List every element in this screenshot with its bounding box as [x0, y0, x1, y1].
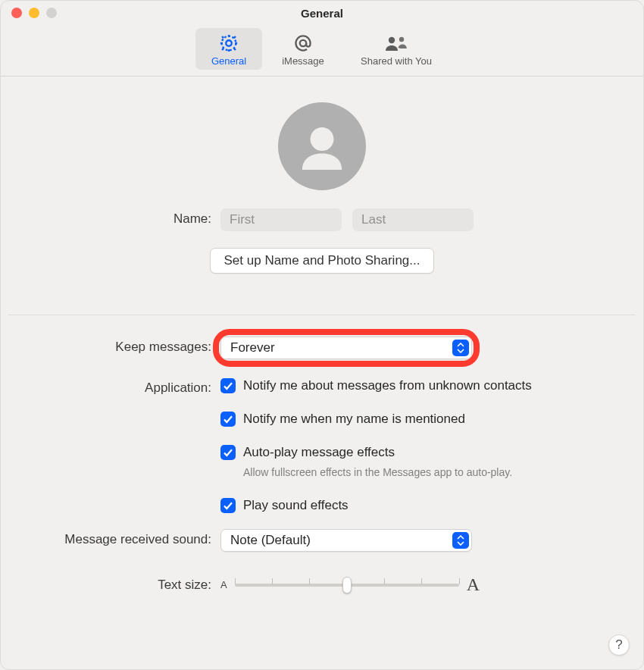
help-button[interactable]: ?: [608, 634, 630, 656]
at-icon: [292, 33, 314, 54]
svg-point-0: [226, 40, 231, 45]
auto-play-label: Auto-play message effects: [243, 445, 395, 459]
received-sound-popup[interactable]: Note (Default): [220, 529, 472, 552]
play-sound-row: Play sound effects: [220, 497, 349, 514]
auto-play-row: Auto-play message effects Allow fullscre…: [220, 444, 512, 481]
text-size-large-glyph: A: [467, 575, 480, 595]
section-divider: [8, 315, 636, 315]
application-label: Application:: [1, 377, 220, 396]
people-icon: [383, 33, 409, 54]
chevron-up-down-icon: [452, 340, 469, 356]
chevron-up-down-icon: [452, 532, 469, 549]
text-size-slider[interactable]: [235, 577, 459, 593]
notify-mention-checkbox[interactable]: [220, 412, 236, 427]
svg-point-4: [399, 37, 404, 42]
notify-unknown-checkbox[interactable]: [220, 378, 236, 393]
svg-point-2: [300, 40, 306, 46]
play-sound-label: Play sound effects: [243, 497, 349, 514]
first-name-input[interactable]: [220, 208, 342, 231]
svg-point-1: [222, 36, 236, 51]
tab-shared-with-you[interactable]: Shared with You: [344, 28, 449, 70]
titlebar: General: [1, 1, 643, 25]
last-name-input[interactable]: [352, 208, 474, 231]
tab-general[interactable]: General: [195, 28, 262, 70]
setup-name-photo-button[interactable]: Set up Name and Photo Sharing...: [210, 248, 435, 274]
notify-unknown-row: Notify me about messages from unknown co…: [220, 377, 532, 394]
text-size-label: Text size:: [1, 575, 220, 593]
play-sound-checkbox[interactable]: [220, 498, 236, 513]
tab-shared-label: Shared with You: [361, 55, 432, 67]
help-glyph: ?: [615, 637, 622, 653]
user-avatar[interactable]: [278, 102, 366, 190]
preferences-toolbar: General iMessage Shared with You: [1, 25, 643, 76]
notify-unknown-label: Notify me about messages from unknown co…: [243, 377, 532, 394]
tab-imessage-label: iMessage: [282, 55, 324, 67]
text-size-small-glyph: A: [220, 579, 227, 590]
keep-messages-popup[interactable]: Forever: [220, 337, 472, 359]
svg-point-5: [311, 127, 334, 151]
keep-messages-label: Keep messages:: [1, 337, 220, 355]
text-size-knob[interactable]: [342, 577, 352, 593]
received-sound-label: Message received sound:: [1, 529, 220, 547]
name-label: Name:: [1, 208, 220, 227]
content: Name: Set up Name and Photo Sharing... K…: [1, 77, 643, 595]
received-sound-value: Note (Default): [230, 533, 311, 548]
keep-messages-value: Forever: [230, 340, 275, 355]
auto-play-checkbox[interactable]: [220, 445, 236, 460]
tab-general-label: General: [211, 55, 246, 67]
tab-imessage[interactable]: iMessage: [270, 28, 336, 70]
svg-point-3: [389, 37, 395, 43]
auto-play-hint: Allow fullscreen effects in the Messages…: [243, 464, 512, 481]
notify-mention-label: Notify me when my name is mentioned: [243, 411, 465, 427]
window-title: General: [1, 7, 643, 20]
gear-icon: [218, 33, 239, 54]
notify-mention-row: Notify me when my name is mentioned: [220, 411, 465, 427]
